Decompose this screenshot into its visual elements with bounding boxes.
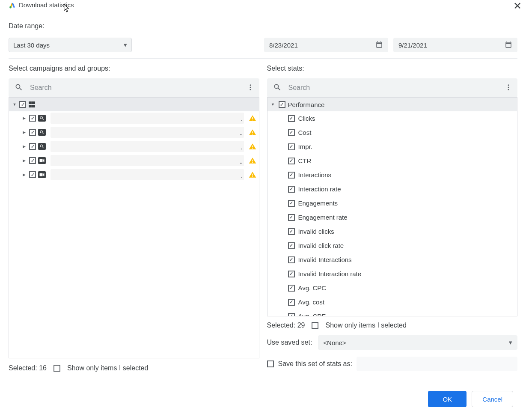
svg-rect-4	[252, 117, 253, 119]
svg-point-2	[250, 86, 251, 88]
stats-tree[interactable]: Performance ClicksCostImpr.CTRInteractio…	[267, 97, 518, 316]
warning-icon	[249, 143, 256, 150]
close-button[interactable]: ✕	[513, 0, 522, 12]
warning-icon	[249, 157, 256, 164]
warning-icon	[249, 128, 256, 136]
expand-toggle-icon[interactable]	[21, 144, 27, 149]
stats-show-only-checkbox[interactable]	[312, 322, 318, 329]
search-icon	[273, 83, 282, 93]
svg-rect-13	[40, 173, 43, 176]
expand-toggle-icon[interactable]	[21, 116, 27, 120]
group-checkbox[interactable]	[279, 101, 285, 108]
svg-rect-6	[252, 131, 253, 134]
campaign-checkbox[interactable]	[29, 143, 36, 150]
campaign-tree-root[interactable]	[9, 98, 259, 111]
stat-row[interactable]: Engagements	[267, 196, 517, 210]
date-range-preset-dropdown[interactable]: Last 30 days ▾	[9, 38, 132, 52]
campaigns-show-only-label: Show only items I selected	[67, 364, 148, 372]
stat-checkbox[interactable]	[288, 172, 295, 179]
chevron-down-icon: ▾	[124, 41, 127, 49]
calendar-icon	[375, 41, 383, 50]
stat-label: Engagement rate	[298, 214, 348, 221]
stats-group-performance[interactable]: Performance	[267, 98, 517, 111]
search-campaign-icon	[38, 129, 46, 136]
stat-row[interactable]: Invalid clicks	[267, 224, 517, 238]
campaign-checkbox[interactable]	[29, 129, 36, 136]
svg-point-3	[250, 89, 251, 90]
stat-row[interactable]: Avg. CPC	[267, 281, 517, 295]
end-date-input[interactable]: 9/21/2021	[393, 38, 517, 52]
expand-toggle-icon[interactable]	[21, 173, 27, 177]
stat-row[interactable]: CTR	[267, 154, 517, 168]
expand-toggle-icon[interactable]	[21, 130, 27, 134]
campaign-row[interactable]	[9, 111, 259, 125]
campaign-checkbox[interactable]	[29, 171, 36, 178]
stat-row[interactable]: Interactions	[267, 168, 517, 182]
stat-checkbox[interactable]	[288, 256, 295, 263]
root-checkbox[interactable]	[19, 101, 26, 108]
stat-checkbox[interactable]	[288, 143, 295, 150]
campaign-row[interactable]	[9, 168, 259, 182]
stat-checkbox[interactable]	[288, 228, 295, 235]
stat-row[interactable]: Clicks	[267, 111, 517, 125]
stat-row[interactable]: Invalid Interaction rate	[267, 267, 517, 281]
stat-row[interactable]: Avg. cost	[267, 295, 517, 309]
svg-point-16	[508, 84, 509, 86]
stat-checkbox[interactable]	[288, 158, 295, 164]
stat-row[interactable]: Invalid click rate	[267, 238, 517, 253]
campaign-row[interactable]	[9, 125, 259, 140]
save-as-checkbox[interactable]	[267, 360, 274, 367]
stat-row[interactable]: Interaction rate	[267, 182, 517, 196]
expand-toggle-icon[interactable]	[12, 102, 18, 107]
stat-checkbox[interactable]	[288, 200, 295, 207]
stat-row[interactable]: Engagement rate	[267, 210, 517, 224]
stat-checkbox[interactable]	[288, 186, 295, 193]
stat-label: Cost	[298, 129, 312, 136]
stat-label: Avg. CPE	[298, 313, 326, 316]
ok-button[interactable]: OK	[428, 391, 467, 407]
stat-checkbox[interactable]	[288, 129, 295, 136]
stat-checkbox[interactable]	[288, 299, 295, 306]
stat-checkbox[interactable]	[288, 242, 295, 249]
more-menu-icon[interactable]	[503, 82, 514, 94]
campaigns-show-only-checkbox[interactable]	[53, 365, 60, 372]
campaigns-section-label: Select campaigns and ad groups:	[9, 65, 259, 72]
stat-row[interactable]: Cost	[267, 125, 517, 140]
saved-set-dropdown[interactable]: <None> ▾	[318, 335, 517, 350]
svg-rect-5	[252, 120, 253, 121]
expand-toggle-icon[interactable]	[21, 158, 27, 163]
stat-checkbox[interactable]	[288, 313, 295, 317]
stat-label: Impr.	[298, 143, 312, 150]
google-ads-logo-icon	[9, 1, 16, 9]
expand-toggle-icon[interactable]	[270, 102, 276, 107]
svg-point-1	[250, 84, 251, 86]
stat-label: Invalid Interaction rate	[298, 270, 362, 277]
campaign-row[interactable]	[9, 140, 259, 154]
more-menu-icon[interactable]	[245, 82, 256, 94]
warning-icon	[249, 114, 256, 122]
save-as-label: Save this set of stats as:	[278, 360, 352, 368]
svg-rect-11	[252, 160, 253, 162]
stat-row[interactable]: Avg. CPE	[267, 309, 517, 316]
end-date-value: 9/21/2021	[398, 42, 427, 49]
stat-checkbox[interactable]	[288, 214, 295, 221]
campaigns-selected-count: Selected: 16	[9, 364, 47, 372]
start-date-input[interactable]: 8/23/2021	[264, 38, 388, 52]
cancel-button[interactable]: Cancel	[472, 391, 513, 407]
campaign-checkbox[interactable]	[29, 157, 36, 164]
campaign-name-redacted	[51, 155, 244, 166]
stat-row[interactable]: Invalid Interactions	[267, 253, 517, 267]
svg-rect-15	[252, 176, 253, 177]
campaign-search-input[interactable]	[29, 83, 245, 92]
date-range-preset-value: Last 30 days	[13, 42, 50, 49]
stat-checkbox[interactable]	[288, 271, 295, 277]
save-as-input[interactable]	[357, 357, 517, 371]
stat-checkbox[interactable]	[288, 285, 295, 292]
campaign-row[interactable]	[9, 154, 259, 168]
campaign-checkbox[interactable]	[29, 115, 36, 122]
stats-search-input[interactable]	[288, 83, 503, 92]
stat-row[interactable]: Impr.	[267, 140, 517, 154]
stat-checkbox[interactable]	[288, 115, 295, 122]
stat-label: Clicks	[298, 115, 315, 122]
stats-group-label: Performance	[288, 101, 325, 108]
